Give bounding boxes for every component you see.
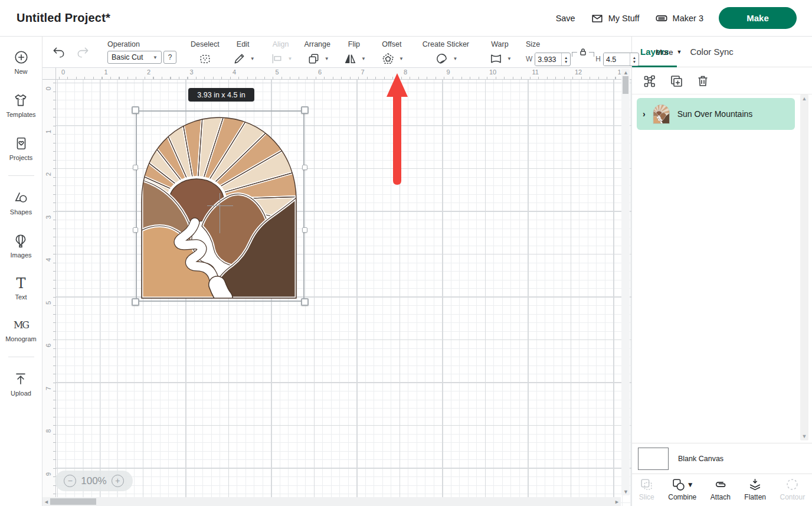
- offset-label: Offset: [382, 40, 401, 48]
- height-stepper[interactable]: ▲▼: [630, 53, 639, 66]
- zoom-control: − 100% +: [55, 471, 133, 491]
- chevron-down-icon[interactable]: ▼: [453, 56, 457, 61]
- sidebar-divider: [8, 357, 34, 357]
- h-ruler-label: 0: [61, 68, 65, 76]
- v-ruler-label: 1: [45, 128, 52, 136]
- my-stuff-button[interactable]: My Stuff: [591, 12, 640, 25]
- scroll-up-icon[interactable]: ▲: [623, 70, 628, 76]
- deselect-button[interactable]: [197, 51, 213, 67]
- make-button[interactable]: Make: [719, 7, 797, 29]
- combine-button[interactable]: ▼ Combine: [667, 477, 698, 501]
- operation-select[interactable]: Basic Cut ▼: [107, 51, 162, 64]
- topbar-actions: Save My Stuff Maker 3 Make: [556, 7, 797, 29]
- align-button[interactable]: [269, 51, 285, 67]
- attach-button[interactable]: Attach: [709, 477, 732, 501]
- redo-button[interactable]: [75, 44, 91, 60]
- sidebar-item-projects[interactable]: Projects: [9, 136, 33, 161]
- resize-handle-top-left[interactable]: [132, 106, 139, 114]
- resize-handle-right[interactable]: [302, 165, 307, 170]
- stepper-down-icon: ▼: [562, 60, 570, 64]
- scroll-right-icon[interactable]: ►: [614, 499, 620, 505]
- operation-value: Basic Cut: [112, 53, 143, 61]
- design-canvas[interactable]: 012345678910111213 0123456789 3.93 in x …: [42, 68, 631, 506]
- arrange-button[interactable]: [306, 51, 322, 67]
- selected-object[interactable]: [136, 110, 304, 302]
- machine-select-button[interactable]: Maker 3: [655, 12, 703, 25]
- vertical-scroll-thumb[interactable]: [623, 76, 628, 94]
- machine-icon: [655, 12, 668, 25]
- zoom-out-button[interactable]: −: [64, 475, 76, 487]
- sidebar-item-monogram[interactable]: MG Monogram: [5, 318, 37, 342]
- create-sticker-button[interactable]: [434, 51, 450, 67]
- sidebar-item-templates[interactable]: Templates: [6, 93, 35, 118]
- left-sidebar: New Templates Projects Shapes Images T T…: [0, 37, 42, 506]
- deselect-icon: [198, 52, 212, 66]
- scroll-up-icon[interactable]: ▲: [800, 96, 808, 102]
- h-ruler-label: 2: [147, 68, 150, 76]
- offset-button[interactable]: [380, 51, 396, 67]
- chevron-down-icon[interactable]: ▼: [325, 56, 329, 61]
- slice-label: Slice: [639, 493, 654, 501]
- scroll-down-icon[interactable]: ▼: [623, 489, 628, 495]
- layer-list: › Sun Over Mountains ▲ ▼: [632, 94, 812, 443]
- layer-row-sun-over-mountains[interactable]: › Sun Over Mountains: [637, 98, 795, 130]
- sidebar-item-new[interactable]: New: [14, 50, 29, 75]
- duplicate-button[interactable]: [668, 73, 685, 89]
- undo-button[interactable]: [51, 44, 67, 60]
- canvas-color-swatch[interactable]: [638, 448, 669, 470]
- resize-handle-bottom-right[interactable]: [301, 298, 309, 306]
- more-button[interactable]: More ▼: [647, 37, 690, 67]
- h-ruler-label: 4: [233, 68, 236, 76]
- warp-button[interactable]: [488, 51, 504, 67]
- aspect-lock-button[interactable]: [573, 46, 593, 66]
- size-label: Size: [526, 40, 540, 48]
- width-input[interactable]: [535, 53, 561, 66]
- h-ruler-label: 3: [190, 68, 194, 76]
- resize-handle-top-right[interactable]: [301, 106, 309, 114]
- sidebar-item-text[interactable]: T Text: [15, 276, 27, 301]
- layer-tools: [632, 67, 812, 94]
- v-ruler-label: 3: [45, 213, 52, 221]
- warp-icon: [489, 52, 503, 66]
- sidebar-label: Monogram: [5, 335, 37, 342]
- scroll-left-icon[interactable]: ◄: [44, 499, 49, 505]
- sidebar-item-upload[interactable]: Upload: [11, 371, 31, 397]
- resize-handle-right-lower[interactable]: [302, 227, 307, 233]
- layers-scrollbar[interactable]: ▲ ▼: [800, 94, 808, 440]
- delete-button[interactable]: [695, 73, 711, 89]
- zoom-level: 100%: [81, 475, 106, 487]
- chevron-down-icon[interactable]: ▼: [250, 56, 255, 61]
- warp-label: Warp: [491, 40, 508, 48]
- resize-handle-left[interactable]: [133, 165, 138, 170]
- scroll-down-icon[interactable]: ▼: [800, 433, 808, 439]
- flatten-button[interactable]: Flatten: [743, 477, 767, 501]
- chevron-down-icon[interactable]: ▼: [399, 56, 404, 61]
- edit-toolbar: Operation Basic Cut ▼ ? Deselect Edit: [42, 37, 631, 68]
- save-button[interactable]: Save: [556, 14, 575, 23]
- resize-handle-left-lower[interactable]: [133, 227, 138, 233]
- sidebar-item-images[interactable]: Images: [10, 233, 31, 259]
- canvas-background-row: Blank Canvas: [632, 443, 812, 474]
- chevron-right-icon[interactable]: ›: [643, 109, 646, 119]
- edit-button[interactable]: [231, 51, 247, 67]
- canvas-vertical-scrollbar[interactable]: ▲ ▼: [621, 69, 630, 495]
- contour-button[interactable]: Contour: [779, 477, 807, 501]
- group-button[interactable]: [641, 73, 658, 89]
- height-input[interactable]: [604, 53, 630, 66]
- chevron-down-icon[interactable]: ▼: [361, 56, 366, 61]
- sidebar-item-shapes[interactable]: Shapes: [10, 190, 32, 216]
- canvas-horizontal-scrollbar[interactable]: ◄ ►: [42, 497, 621, 506]
- machine-label: Maker 3: [673, 14, 703, 23]
- operation-help-button[interactable]: ?: [163, 51, 176, 64]
- width-stepper[interactable]: ▲▼: [561, 53, 570, 66]
- horizontal-scroll-thumb[interactable]: [50, 498, 96, 505]
- chevron-down-icon[interactable]: ▼: [507, 56, 512, 61]
- slice-button[interactable]: Slice: [638, 477, 656, 501]
- layer-name: Sun Over Mountains: [677, 109, 753, 119]
- resize-handle-bottom-left[interactable]: [132, 298, 139, 306]
- sidebar-label: Images: [10, 252, 31, 259]
- duplicate-icon: [669, 74, 683, 88]
- flip-button[interactable]: [342, 51, 358, 67]
- v-ruler-label: 2: [45, 170, 52, 178]
- zoom-in-button[interactable]: +: [112, 475, 124, 487]
